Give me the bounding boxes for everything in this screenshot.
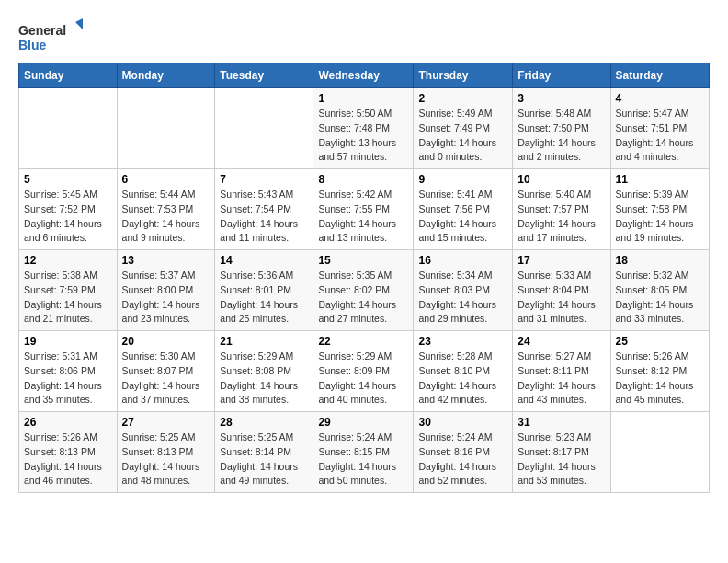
day-info: Sunrise: 5:38 AMSunset: 7:59 PMDaylight:… [24,269,112,327]
day-cell: 15Sunrise: 5:35 AMSunset: 8:02 PMDayligh… [313,250,414,331]
day-info: Sunrise: 5:32 AMSunset: 8:05 PMDaylight:… [616,269,705,327]
day-info: Sunrise: 5:33 AMSunset: 8:04 PMDaylight:… [518,269,605,327]
day-cell: 19Sunrise: 5:31 AMSunset: 8:06 PMDayligh… [19,331,118,412]
day-number: 10 [518,173,605,186]
day-info: Sunrise: 5:26 AMSunset: 8:12 PMDaylight:… [616,350,705,408]
day-cell: 31Sunrise: 5:23 AMSunset: 8:17 PMDayligh… [513,412,610,493]
day-info: Sunrise: 5:29 AMSunset: 8:09 PMDaylight:… [318,350,408,408]
header-row: SundayMondayTuesdayWednesdayThursdayFrid… [19,63,710,88]
day-number: 15 [318,254,408,267]
header-cell-monday: Monday [117,63,215,88]
day-info: Sunrise: 5:48 AMSunset: 7:50 PMDaylight:… [518,107,605,165]
day-cell: 16Sunrise: 5:34 AMSunset: 8:03 PMDayligh… [414,250,513,331]
day-number: 30 [418,416,507,429]
day-cell: 22Sunrise: 5:29 AMSunset: 8:09 PMDayligh… [313,331,414,412]
day-number: 29 [318,416,408,429]
calendar-table: SundayMondayTuesdayWednesdayThursdayFrid… [18,63,710,493]
day-cell: 21Sunrise: 5:29 AMSunset: 8:08 PMDayligh… [215,331,313,412]
day-info: Sunrise: 5:30 AMSunset: 8:07 PMDaylight:… [122,350,210,408]
day-info: Sunrise: 5:44 AMSunset: 7:53 PMDaylight:… [122,188,210,246]
day-number: 31 [518,416,605,429]
day-info: Sunrise: 5:28 AMSunset: 8:10 PMDaylight:… [418,350,507,408]
day-number: 21 [220,335,308,348]
day-number: 26 [24,416,112,429]
day-cell: 4Sunrise: 5:47 AMSunset: 7:51 PMDaylight… [610,88,710,169]
day-cell [215,88,313,169]
day-number: 5 [24,173,112,186]
logo-svg: General Blue [18,18,83,55]
header-cell-saturday: Saturday [610,63,710,88]
day-number: 24 [518,335,605,348]
day-number: 20 [122,335,210,348]
day-info: Sunrise: 5:50 AMSunset: 7:48 PMDaylight:… [318,107,408,165]
day-info: Sunrise: 5:39 AMSunset: 7:58 PMDaylight:… [616,188,705,246]
week-row-5: 26Sunrise: 5:26 AMSunset: 8:13 PMDayligh… [19,412,710,493]
day-cell: 26Sunrise: 5:26 AMSunset: 8:13 PMDayligh… [19,412,118,493]
day-cell: 5Sunrise: 5:45 AMSunset: 7:52 PMDaylight… [19,169,118,250]
day-cell: 14Sunrise: 5:36 AMSunset: 8:01 PMDayligh… [215,250,313,331]
day-number: 23 [418,335,507,348]
logo: General Blue [18,18,83,55]
header-cell-sunday: Sunday [19,63,118,88]
day-cell [19,88,118,169]
day-cell: 20Sunrise: 5:30 AMSunset: 8:07 PMDayligh… [117,331,215,412]
day-info: Sunrise: 5:47 AMSunset: 7:51 PMDaylight:… [616,107,705,165]
day-number: 17 [518,254,605,267]
day-info: Sunrise: 5:49 AMSunset: 7:49 PMDaylight:… [418,107,507,165]
day-cell: 29Sunrise: 5:24 AMSunset: 8:15 PMDayligh… [313,412,414,493]
day-cell: 11Sunrise: 5:39 AMSunset: 7:58 PMDayligh… [610,169,710,250]
day-number: 16 [418,254,507,267]
day-cell: 30Sunrise: 5:24 AMSunset: 8:16 PMDayligh… [414,412,513,493]
day-number: 22 [318,335,408,348]
header-cell-wednesday: Wednesday [313,63,414,88]
day-number: 12 [24,254,112,267]
day-number: 1 [318,92,408,105]
day-info: Sunrise: 5:40 AMSunset: 7:57 PMDaylight:… [518,188,605,246]
day-info: Sunrise: 5:41 AMSunset: 7:56 PMDaylight:… [418,188,507,246]
day-number: 25 [616,335,705,348]
day-number: 11 [616,173,705,186]
day-cell: 2Sunrise: 5:49 AMSunset: 7:49 PMDaylight… [414,88,513,169]
day-cell: 9Sunrise: 5:41 AMSunset: 7:56 PMDaylight… [414,169,513,250]
day-info: Sunrise: 5:24 AMSunset: 8:15 PMDaylight:… [318,431,408,488]
day-info: Sunrise: 5:37 AMSunset: 8:00 PMDaylight:… [122,269,210,327]
day-number: 28 [220,416,308,429]
week-row-1: 1Sunrise: 5:50 AMSunset: 7:48 PMDaylight… [19,88,710,169]
week-row-4: 19Sunrise: 5:31 AMSunset: 8:06 PMDayligh… [19,331,710,412]
day-cell: 1Sunrise: 5:50 AMSunset: 7:48 PMDaylight… [313,88,414,169]
day-cell: 24Sunrise: 5:27 AMSunset: 8:11 PMDayligh… [513,331,610,412]
day-number: 8 [318,173,408,186]
day-info: Sunrise: 5:27 AMSunset: 8:11 PMDaylight:… [518,350,605,408]
day-cell: 28Sunrise: 5:25 AMSunset: 8:14 PMDayligh… [215,412,313,493]
day-number: 19 [24,335,112,348]
day-info: Sunrise: 5:35 AMSunset: 8:02 PMDaylight:… [318,269,408,327]
day-cell: 8Sunrise: 5:42 AMSunset: 7:55 PMDaylight… [313,169,414,250]
header-cell-tuesday: Tuesday [215,63,313,88]
week-row-3: 12Sunrise: 5:38 AMSunset: 7:59 PMDayligh… [19,250,710,331]
day-cell: 18Sunrise: 5:32 AMSunset: 8:05 PMDayligh… [610,250,710,331]
day-info: Sunrise: 5:29 AMSunset: 8:08 PMDaylight:… [220,350,308,408]
day-cell: 7Sunrise: 5:43 AMSunset: 7:54 PMDaylight… [215,169,313,250]
day-info: Sunrise: 5:25 AMSunset: 8:13 PMDaylight:… [122,431,210,488]
day-info: Sunrise: 5:43 AMSunset: 7:54 PMDaylight:… [220,188,308,246]
day-info: Sunrise: 5:24 AMSunset: 8:16 PMDaylight:… [418,431,507,488]
day-cell: 17Sunrise: 5:33 AMSunset: 8:04 PMDayligh… [513,250,610,331]
day-number: 4 [616,92,705,105]
day-cell: 6Sunrise: 5:44 AMSunset: 7:53 PMDaylight… [117,169,215,250]
day-cell: 10Sunrise: 5:40 AMSunset: 7:57 PMDayligh… [513,169,610,250]
day-number: 9 [418,173,507,186]
day-number: 14 [220,254,308,267]
svg-marker-2 [75,18,83,29]
day-number: 3 [518,92,605,105]
header-cell-thursday: Thursday [414,63,513,88]
day-info: Sunrise: 5:25 AMSunset: 8:14 PMDaylight:… [220,431,308,488]
day-cell: 13Sunrise: 5:37 AMSunset: 8:00 PMDayligh… [117,250,215,331]
day-info: Sunrise: 5:36 AMSunset: 8:01 PMDaylight:… [220,269,308,327]
day-number: 18 [616,254,705,267]
header: General Blue [18,18,710,55]
day-number: 7 [220,173,308,186]
calendar-body: 1Sunrise: 5:50 AMSunset: 7:48 PMDaylight… [19,88,710,493]
day-cell: 27Sunrise: 5:25 AMSunset: 8:13 PMDayligh… [117,412,215,493]
day-info: Sunrise: 5:45 AMSunset: 7:52 PMDaylight:… [24,188,112,246]
calendar-header: SundayMondayTuesdayWednesdayThursdayFrid… [19,63,710,88]
